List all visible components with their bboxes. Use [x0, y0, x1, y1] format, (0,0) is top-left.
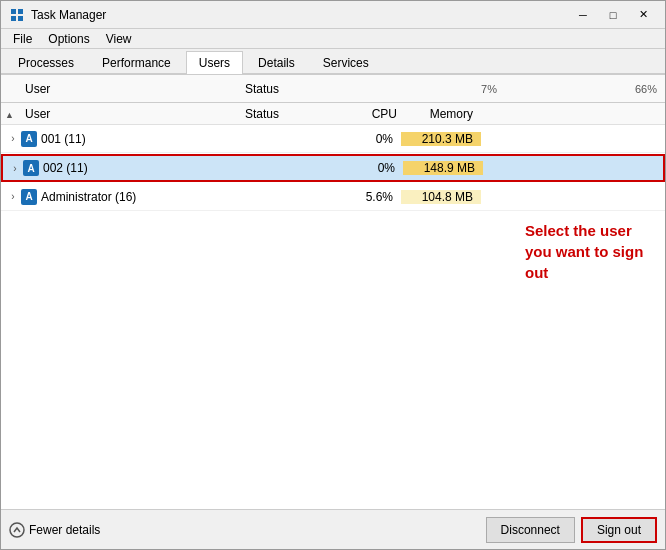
svg-rect-1 [18, 9, 23, 14]
title-bar: Task Manager ─ □ ✕ [1, 1, 665, 29]
main-content: User Status 7% 66% ▲ User Status CPU Mem… [1, 75, 665, 509]
cpu-1: 0% [343, 161, 403, 175]
chevron-up-icon [9, 522, 25, 538]
close-button[interactable]: ✕ [629, 5, 657, 25]
bottom-actions: Disconnect Sign out [486, 517, 657, 543]
cpu-2: 5.6% [341, 190, 401, 204]
tab-details[interactable]: Details [245, 51, 308, 74]
table-row[interactable]: › A 001 (11) 0% 210.3 MB [1, 125, 665, 153]
avatar-2: A [21, 189, 37, 205]
svg-point-4 [10, 523, 24, 537]
table-row[interactable]: › A 002 (11) 0% 148.9 MB [1, 154, 665, 182]
fewer-details-button[interactable]: Fewer details [9, 522, 100, 538]
avatar-0: A [21, 131, 37, 147]
disconnect-button[interactable]: Disconnect [486, 517, 575, 543]
user-cell-0: A 001 (11) [21, 131, 241, 147]
status-0 [241, 137, 341, 141]
col-status-header[interactable]: Status [241, 80, 341, 98]
tab-performance[interactable]: Performance [89, 51, 184, 74]
col-user-header[interactable]: User [21, 80, 241, 98]
svg-rect-3 [18, 16, 23, 21]
table-row[interactable]: › A Administrator (16) 5.6% 104.8 MB [1, 183, 665, 211]
sort-arrow-sub: ▲ [5, 107, 21, 121]
menu-file[interactable]: File [5, 30, 40, 48]
window-controls: ─ □ ✕ [569, 5, 657, 25]
table-subheader: ▲ User Status CPU Memory [1, 103, 665, 125]
bottom-bar: Fewer details Disconnect Sign out [1, 509, 665, 549]
subheader-user[interactable]: User [21, 105, 241, 123]
tab-processes[interactable]: Processes [5, 51, 87, 74]
svg-rect-2 [11, 16, 16, 21]
mem-0: 210.3 MB [401, 132, 481, 146]
app-icon [9, 7, 25, 23]
svg-rect-0 [11, 9, 16, 14]
status-1 [243, 166, 343, 170]
subheader-memory[interactable]: Memory [401, 105, 481, 123]
user-cell-2: A Administrator (16) [21, 189, 241, 205]
expand-icon-1[interactable]: › [7, 163, 23, 174]
maximize-button[interactable]: □ [599, 5, 627, 25]
tabs-bar: Processes Performance Users Details Serv… [1, 49, 665, 75]
table-rows: › A 001 (11) 0% 210.3 MB › A 002 (11) 0%… [1, 125, 665, 509]
expand-icon-0[interactable]: › [5, 133, 21, 144]
cpu-0: 0% [341, 132, 401, 146]
tab-users[interactable]: Users [186, 51, 243, 74]
avatar-1: A [23, 160, 39, 176]
task-manager-window: Task Manager ─ □ ✕ File Options View Pro… [0, 0, 666, 550]
menu-options[interactable]: Options [40, 30, 97, 48]
window-title: Task Manager [31, 8, 569, 22]
tab-services[interactable]: Services [310, 51, 382, 74]
sign-out-button[interactable]: Sign out [581, 517, 657, 543]
mem-1: 148.9 MB [403, 161, 483, 175]
status-2 [241, 195, 341, 199]
col-cpu-pct: 7% [341, 81, 501, 97]
user-cell-1: A 002 (11) [23, 160, 243, 176]
col-mem-pct: 66% [501, 81, 661, 97]
table-header: User Status 7% 66% [1, 75, 665, 103]
menu-bar: File Options View [1, 29, 665, 49]
expand-icon-2[interactable]: › [5, 191, 21, 202]
subheader-cpu[interactable]: CPU [341, 105, 401, 123]
subheader-status[interactable]: Status [241, 105, 341, 123]
mem-2: 104.8 MB [401, 190, 481, 204]
minimize-button[interactable]: ─ [569, 5, 597, 25]
menu-view[interactable]: View [98, 30, 140, 48]
